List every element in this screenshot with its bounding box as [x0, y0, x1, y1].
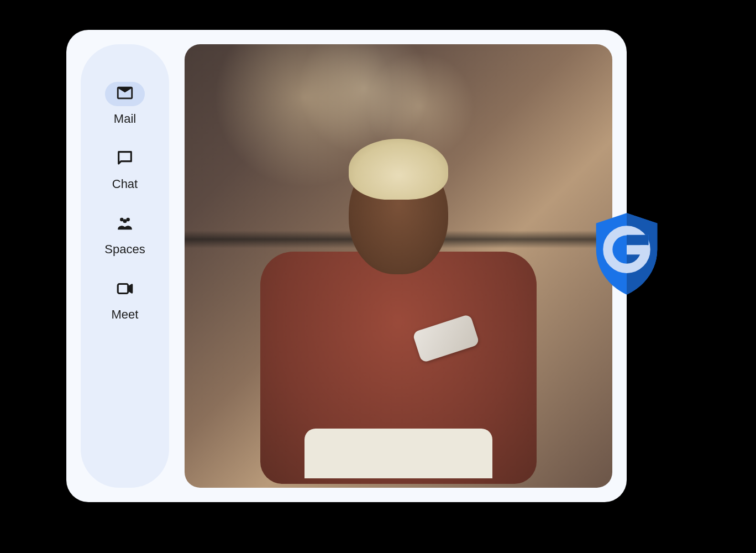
- nav-label-spaces: Spaces: [104, 242, 145, 257]
- nav-item-meet[interactable]: Meet: [105, 278, 145, 322]
- meet-icon: [116, 279, 134, 300]
- nav-icon-wrap-mail: [105, 82, 145, 106]
- nav-item-mail[interactable]: Mail: [105, 82, 145, 126]
- spaces-icon: [116, 214, 134, 235]
- mail-icon: [116, 84, 134, 105]
- svg-rect-7: [627, 245, 647, 254]
- google-shield-icon: [590, 210, 663, 298]
- nav-icon-wrap-meet: [105, 278, 145, 302]
- nav-label-meet: Meet: [112, 307, 139, 322]
- svg-rect-3: [118, 284, 128, 294]
- nav-item-chat[interactable]: Chat: [105, 147, 145, 191]
- chat-icon: [116, 149, 134, 170]
- svg-point-2: [123, 219, 127, 223]
- svg-rect-6: [627, 235, 649, 245]
- person-illustration: [255, 124, 542, 478]
- nav-icon-wrap-chat: [105, 147, 145, 171]
- nav-label-chat: Chat: [112, 177, 138, 191]
- nav-icon-wrap-spaces: [105, 212, 145, 237]
- sidebar: Mail Chat Spaces Mee: [81, 44, 169, 488]
- nav-item-spaces[interactable]: Spaces: [104, 212, 145, 257]
- app-card: Mail Chat Spaces Mee: [66, 30, 627, 502]
- nav-label-mail: Mail: [114, 112, 136, 126]
- hero-photo: [185, 44, 612, 488]
